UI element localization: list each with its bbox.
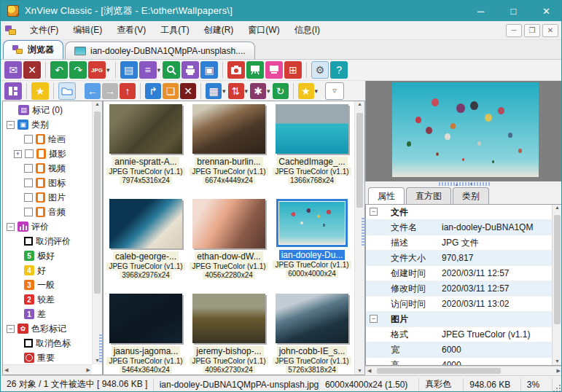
scroll-left-icon[interactable]: ◀ (367, 368, 371, 374)
chevron-down-icon[interactable]: ▾ (222, 87, 226, 95)
tab-histogram[interactable]: 直方图 (406, 187, 451, 204)
thumbnail-item[interactable]: CachedImage_... JPEG TrueColor (v1.1) 13… (271, 104, 353, 196)
menu-view[interactable]: 查看(V) (109, 21, 153, 39)
scroll-up-icon[interactable]: ▲ (553, 205, 562, 210)
thumbnail-item[interactable]: caleb-george-... JPEG TrueColor (v1.1) 3… (105, 199, 187, 291)
rating-button[interactable]: ★ (298, 83, 314, 99)
scroll-down-icon[interactable]: ▼ (553, 358, 562, 364)
collapse-icon[interactable]: − (7, 325, 15, 333)
tab-image[interactable]: ian-dooley-DuBNA1QMpPA-unsplash.... (65, 42, 255, 59)
tree-item-important[interactable]: 重要 (3, 350, 92, 364)
tree-item-rating-3[interactable]: 3一般 (3, 278, 92, 292)
property-row-accessed[interactable]: 访问时间2020/03/11 13:02 (366, 297, 552, 312)
screen-capture-button[interactable] (265, 61, 283, 79)
panes-button[interactable] (4, 82, 22, 100)
thumbnail-item[interactable]: ethan-dow-dW... JPEG TrueColor (v1.1) 40… (188, 199, 270, 291)
print-button[interactable] (182, 61, 199, 79)
go-first-button[interactable]: ↱ (145, 83, 161, 99)
tab-categories[interactable]: 类别 (453, 187, 489, 204)
scroll-right-icon[interactable]: ▶ (87, 367, 90, 373)
tree-item-pictures[interactable]: 图片 (3, 190, 92, 205)
checkbox[interactable] (24, 179, 33, 187)
folder-view-button[interactable] (58, 82, 76, 100)
mdi-close-button[interactable]: ✕ (542, 24, 558, 37)
properties-button[interactable]: ▤ (120, 61, 138, 79)
rotate-left-button[interactable]: ↶ (50, 61, 68, 79)
thumbnail-item[interactable]: john-cobb-IE_s... JPEG TrueColor (v1.1) … (271, 294, 353, 375)
tree-item-rating-4[interactable]: 4好 (3, 263, 92, 278)
tree-vertical-scrollbar[interactable]: ▲ ▼ (92, 101, 102, 364)
tree-item-unrate[interactable]: 取消评价 (3, 234, 92, 248)
collapse-icon[interactable]: − (7, 121, 15, 129)
collapse-icon[interactable]: − (370, 208, 378, 216)
tab-properties[interactable]: 属性 (368, 187, 405, 205)
image-window-button[interactable]: ▣ (200, 61, 218, 79)
chevron-down-icon[interactable]: ▾ (106, 66, 110, 74)
preview-image[interactable] (392, 82, 539, 177)
thumbnail-item-selected[interactable]: ian-dooley-Du... JPEG TrueColor (v1.1) 6… (271, 199, 353, 291)
property-row-width[interactable]: 宽6000 (366, 342, 552, 358)
checkbox[interactable] (24, 193, 33, 202)
convert-jpg-button[interactable]: JPG (88, 61, 106, 79)
camera-button[interactable] (227, 61, 245, 79)
checkbox[interactable] (24, 135, 33, 144)
mail-button[interactable]: ✉ (4, 61, 22, 79)
property-row-format[interactable]: 格式JPEG TrueColor (v1.1) (366, 327, 552, 342)
scrollbar-thumb[interactable] (377, 368, 501, 374)
thumbnail-image[interactable] (276, 199, 348, 247)
property-row-modified[interactable]: 修改时间2020/03/11 12:57 (366, 281, 552, 297)
collapse-icon[interactable]: − (7, 223, 15, 231)
thumbnail-image[interactable] (109, 104, 182, 154)
list-view-button[interactable]: ≡ (139, 61, 157, 79)
thumbnail-image[interactable] (109, 294, 182, 343)
tree-item-rating-5[interactable]: 5极好 (3, 248, 92, 263)
tree-item-rating-1[interactable]: 1差 (3, 307, 92, 321)
view-mode-button[interactable]: ▦ (206, 83, 222, 99)
checkbox[interactable] (24, 339, 33, 348)
property-group-image[interactable]: −图片 (366, 312, 552, 327)
forward-button[interactable]: → (102, 83, 118, 99)
thumbnail-item[interactable]: jeremy-bishop-... JPEG TrueColor (v1.1) … (188, 294, 270, 375)
scrollbar-thumb[interactable] (356, 113, 363, 208)
scroll-up-icon[interactable]: ▲ (93, 101, 102, 106)
tab-browser[interactable]: 浏览器 (3, 40, 63, 59)
thumbnail-image[interactable] (192, 294, 265, 343)
properties-horizontal-scrollbar[interactable]: ◀ ▶ (365, 366, 562, 375)
tree-item-icons[interactable]: 图标 (3, 176, 92, 190)
menu-create[interactable]: 创建(R) (197, 21, 241, 39)
thumbnail-image[interactable] (276, 104, 348, 154)
collapse-icon[interactable]: − (370, 315, 378, 323)
tree-item-categories[interactable]: −▣类别 (3, 117, 92, 132)
property-row-filename[interactable]: 文件名ian-dooley-DuBNA1QM (366, 220, 552, 235)
checkbox[interactable] (24, 208, 33, 216)
chevron-down-icon[interactable]: ▾ (315, 87, 319, 95)
thumbnail-image[interactable] (192, 104, 265, 154)
close-button[interactable]: ✕ (530, 1, 562, 21)
search-button[interactable] (163, 61, 180, 79)
property-row-created[interactable]: 创建时间2020/03/11 12:57 (366, 266, 552, 281)
menu-window[interactable]: 窗口(W) (241, 21, 286, 39)
slideshow-button[interactable] (246, 61, 264, 79)
scroll-down-icon[interactable]: ▼ (355, 368, 364, 373)
thumbnail-image[interactable] (276, 294, 348, 343)
close-folder-button[interactable]: ✕ (180, 83, 196, 99)
tree-horizontal-scrollbar[interactable]: ◀ ▶ (3, 364, 92, 375)
rotate-right-button[interactable]: ↷ (69, 61, 87, 79)
tree-item-painting[interactable]: 绘画 (3, 132, 92, 146)
thumbnail-image[interactable] (109, 199, 182, 248)
scrollbar-thumb[interactable] (554, 215, 561, 324)
properties-vertical-scrollbar[interactable]: ▲ ▼ (552, 205, 562, 365)
thumbnail-item[interactable]: annie-spratt-A... JPEG TrueColor (v1.1) … (105, 104, 187, 196)
tree-item-color-labels[interactable]: −✿色彩标记 (3, 321, 92, 336)
menu-edit[interactable]: 编辑(E) (66, 21, 109, 39)
file-list-button[interactable]: ❏ (163, 83, 179, 99)
thumbnail-item[interactable]: brennan-burlin... JPEG TrueColor (v1.1) … (188, 104, 270, 196)
refresh-button[interactable]: ↻ (273, 83, 289, 99)
expand-icon[interactable]: + (14, 150, 22, 158)
sort-button[interactable]: ⇅ (228, 83, 244, 99)
tree-item-rating[interactable]: −评价 (3, 219, 92, 234)
property-row-height[interactable]: 高4000 (366, 358, 552, 366)
tree-item-tags[interactable]: ▤标记 (0) (3, 103, 92, 117)
mdi-minimize-button[interactable]: ─ (506, 24, 522, 37)
tree-item-audio[interactable]: 音频 (3, 205, 92, 219)
